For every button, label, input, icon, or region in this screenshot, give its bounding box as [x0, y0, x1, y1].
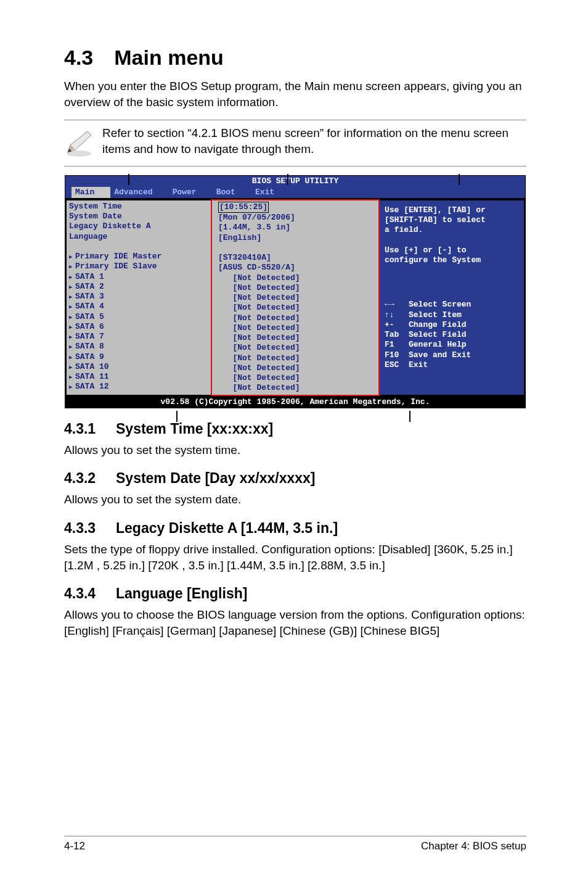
bios-item-legacy-diskette[interactable]: Legacy Diskette A: [69, 221, 208, 231]
subsection-body: Allows you to set the system date.: [64, 492, 526, 508]
help-line: configure the System: [385, 255, 519, 265]
bios-screen: BIOS SETUP UTILITY Main Advanced Power B…: [65, 175, 526, 408]
subsection-body: Sets the type of floppy drive installed.…: [64, 542, 526, 573]
bios-item-system-time[interactable]: System Time: [69, 202, 208, 212]
bios-value-ide-slave: [ASUS CD-S520/A]: [218, 263, 376, 273]
note-text: Refer to section “4.2.1 BIOS menu screen…: [102, 125, 526, 157]
bios-tab-advanced[interactable]: Advanced: [110, 187, 168, 198]
bios-item-sata7[interactable]: SATA 7: [69, 332, 208, 342]
bios-value-diskette[interactable]: [1.44M, 3.5 in]: [218, 223, 376, 233]
page-number: 4-12: [64, 840, 85, 852]
bios-value-sata4: [Not Detected]: [218, 303, 376, 313]
help-nav-line: ↑↓ Select Item: [385, 310, 519, 320]
bios-value-sata5: [Not Detected]: [218, 313, 376, 323]
help-nav-line: ←→ Select Screen: [385, 300, 519, 310]
bios-value-date[interactable]: [Mon 07/05/2006]: [218, 213, 376, 223]
bios-item-sata11[interactable]: SATA 11: [69, 372, 208, 382]
bios-value-language[interactable]: [English]: [218, 233, 376, 243]
subsection-body: Allows you to set the system time.: [64, 442, 526, 458]
chapter-label: Chapter 4: BIOS setup: [421, 840, 526, 852]
bios-item-sata2[interactable]: SATA 2: [69, 282, 208, 292]
bios-tab-boot[interactable]: Boot: [213, 187, 251, 198]
help-nav-line: Tab Select Field: [385, 330, 519, 340]
bios-item-primary-ide-master[interactable]: Primary IDE Master: [69, 252, 208, 262]
bios-item-sata5[interactable]: SATA 5: [69, 312, 208, 322]
help-nav-line: +- Change Field: [385, 320, 519, 330]
bios-value-sata10: [Not Detected]: [218, 363, 376, 373]
bios-value-sata12: [Not Detected]: [218, 383, 376, 393]
bios-values-column: [10:55:25] [Mon 07/05/2006] [1.44M, 3.5 …: [211, 199, 380, 396]
bios-item-primary-ide-slave[interactable]: Primary IDE Slave: [69, 262, 208, 271]
subsection-4-3-1: 4.3.1System Time [xx:xx:xx]: [64, 421, 526, 437]
help-line: a field.: [385, 225, 519, 235]
section-heading-4-3: 4.3 Main menu: [64, 46, 526, 70]
bios-help-pane: Use [ENTER], [TAB] or [SHIFT-TAB] to sel…: [380, 199, 525, 396]
bios-item-sata12[interactable]: SATA 12: [69, 382, 208, 392]
pencil-icon: [64, 125, 102, 160]
bios-value-sata1: [Not Detected]: [218, 273, 376, 283]
help-line: Use [ENTER], [TAB] or: [385, 205, 519, 215]
bios-left-column: System Time System Date Legacy Diskette …: [65, 199, 211, 396]
bios-item-sata3[interactable]: SATA 3: [69, 292, 208, 302]
bios-value-sata8: [Not Detected]: [218, 343, 376, 353]
subsection-body: Allows you to choose the BIOS language v…: [64, 607, 526, 638]
page-footer: 4-12 Chapter 4: BIOS setup: [64, 836, 526, 852]
help-nav-line: ESC Exit: [385, 360, 519, 370]
bios-item-language[interactable]: Language: [69, 232, 208, 242]
bios-value-ide-master: [ST320410A]: [218, 253, 376, 263]
bios-value-sata9: [Not Detected]: [218, 353, 376, 363]
subsection-4-3-4: 4.3.4Language [English]: [64, 585, 526, 602]
bios-value-sata11: [Not Detected]: [218, 373, 376, 383]
bios-copyright: v02.58 (C)Copyright 1985-2006, American …: [65, 396, 525, 408]
help-nav-line: F1 General Help: [385, 340, 519, 350]
bios-value-sata6: [Not Detected]: [218, 323, 376, 333]
bios-item-sata9[interactable]: SATA 9: [69, 352, 208, 362]
bios-value-sata7: [Not Detected]: [218, 333, 376, 343]
bios-item-sata4[interactable]: SATA 4: [69, 302, 208, 311]
subsection-4-3-3: 4.3.3Legacy Diskette A [1.44M, 3.5 in.]: [64, 520, 526, 537]
bios-tab-main[interactable]: Main: [71, 187, 110, 198]
bios-item-sata8[interactable]: SATA 8: [69, 342, 208, 352]
bios-item-sata1[interactable]: SATA 1: [69, 272, 208, 282]
bios-tab-exit[interactable]: Exit: [251, 187, 290, 198]
bios-value-sata3: [Not Detected]: [218, 293, 376, 303]
bios-value-time[interactable]: [10:55:25]: [218, 202, 376, 213]
subsection-4-3-2: 4.3.2System Date [Day xx/xx/xxxx]: [64, 470, 526, 487]
note-box: Refer to section “4.2.1 BIOS menu screen…: [64, 120, 526, 167]
bios-item-sata10[interactable]: SATA 10: [69, 362, 208, 372]
help-line: Use [+] or [-] to: [385, 245, 519, 255]
bios-item-system-date[interactable]: System Date: [69, 212, 208, 221]
bios-tab-power[interactable]: Power: [169, 187, 213, 198]
help-nav-line: F10 Save and Exit: [385, 350, 519, 360]
bios-item-sata6[interactable]: SATA 6: [69, 322, 208, 332]
intro-paragraph: When you enter the BIOS Setup program, t…: [64, 78, 526, 110]
bios-menubar[interactable]: Main Advanced Power Boot Exit: [65, 187, 525, 198]
help-line: [SHIFT-TAB] to select: [385, 215, 519, 225]
bios-title: BIOS SETUP UTILITY: [65, 176, 525, 186]
bios-value-sata2: [Not Detected]: [218, 283, 376, 293]
